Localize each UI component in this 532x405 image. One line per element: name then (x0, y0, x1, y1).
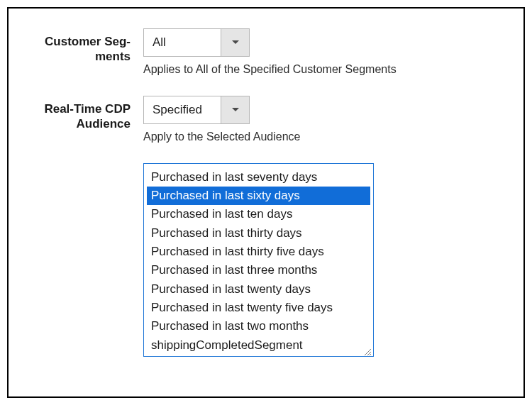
audience-listbox[interactable]: Purchased in last seventy daysPurchased … (143, 163, 374, 357)
audience-option[interactable]: Purchased in last three months (147, 261, 370, 279)
cdp-audience-helper: Apply to the Selected Audience (143, 130, 499, 145)
customer-segments-row: Customer Seg- ments All Applies to All o… (16, 28, 499, 77)
cdp-audience-dropdown-value: Specified (144, 96, 221, 123)
audience-option[interactable]: Purchased in last twenty five days (147, 299, 370, 317)
audience-option[interactable]: Purchased in last sixty days (147, 187, 370, 205)
resize-grip-icon (363, 348, 372, 356)
cdp-audience-dropdown[interactable]: Specified (143, 96, 250, 124)
svg-line-2 (370, 354, 371, 355)
audience-option[interactable]: Purchased in last seventy days (147, 168, 370, 187)
cdp-audience-controls: Specified Apply to the Selected Audience (143, 96, 499, 145)
customer-segments-dropdown-trigger[interactable] (221, 29, 249, 56)
audience-listbox-row: Purchased in last seventy daysPurchased … (16, 160, 499, 357)
resize-handle[interactable] (363, 346, 372, 355)
cdp-audience-row: Real-Time CDP Audience Specified Apply t… (16, 96, 499, 145)
cdp-audience-label: Real-Time CDP Audience (16, 96, 143, 132)
audience-option[interactable]: Purchased in last thirty days (147, 224, 370, 243)
cdp-audience-dropdown-trigger[interactable] (221, 96, 249, 123)
audience-option[interactable]: Purchased in last thirty five days (147, 243, 370, 261)
chevron-down-icon (231, 107, 240, 113)
audience-option[interactable]: Purchased in last ten days (147, 205, 370, 223)
chevron-down-icon (231, 40, 240, 45)
audience-listbox-wrap: Purchased in last seventy daysPurchased … (143, 163, 499, 357)
form-panel: Customer Seg- ments All Applies to All o… (7, 7, 525, 398)
audience-option[interactable]: Purchased in last two months (147, 317, 370, 335)
audience-listbox-spacer (16, 160, 143, 166)
audience-option[interactable]: shippingCompletedSegment (147, 336, 370, 355)
audience-option[interactable]: Purchased in last twenty days (147, 280, 370, 299)
customer-segments-helper: Applies to All of the Specified Customer… (143, 62, 499, 77)
customer-segments-dropdown[interactable]: All (143, 28, 250, 57)
customer-segments-dropdown-value: All (144, 29, 221, 56)
customer-segments-label: Customer Seg- ments (16, 28, 143, 65)
customer-segments-controls: All Applies to All of the Specified Cust… (143, 28, 499, 77)
